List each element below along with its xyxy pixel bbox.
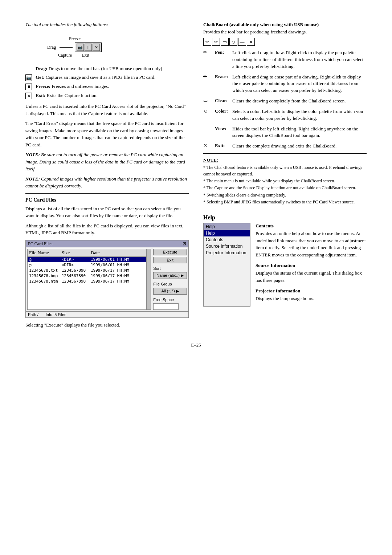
col-size: Size: [62, 250, 87, 256]
help-descriptions: Contents Provides an online help about h…: [256, 223, 367, 307]
body-para1: Unless a PC card is inserted into the PC…: [25, 103, 189, 117]
path-value: /: [37, 312, 38, 317]
chalk-exit-item-icon: ✕: [203, 143, 212, 149]
exit-label: Exit: [82, 53, 89, 58]
help-section: Help Help Help Contents Source Informati…: [203, 214, 367, 307]
pc-card-footer: Path / Info. 5 Files: [26, 311, 188, 317]
list-item[interactable]: 12345678.htm12345678901999/06/17 HH:MM: [28, 279, 146, 284]
help-content: Help Help Contents Source Information Pr…: [203, 223, 367, 307]
list-item[interactable]: 12345678.bmp12345678901999/06/17 HH:MM: [28, 273, 146, 279]
free-space-label: Free Space: [153, 297, 187, 302]
sort-label: Sort: [153, 266, 187, 271]
pc-card-dialog-title: PC Card Files: [28, 241, 52, 247]
exit-button[interactable]: Exit: [153, 257, 187, 263]
note-item: The main menu is not available while you…: [203, 178, 367, 184]
toolbar-diagram: Freeze Drag 📷 ⏸ ✕ Capture Exit: [47, 36, 102, 58]
chalk-divider-bottom: [203, 209, 367, 209]
chalk-view-item-icon: —: [203, 126, 212, 131]
name-sort-button[interactable]: Name (abc..) ▶: [153, 272, 187, 279]
info-value: 5 Files: [54, 312, 66, 317]
drag-label: Drag: [47, 45, 56, 50]
chalk-item-pen: ✏ Pen: Left-click and drag to draw. Righ…: [203, 49, 367, 70]
info-label: Info. 5 Files: [46, 312, 66, 317]
freeze-label: Freeze: [69, 36, 81, 42]
chalk-color-icon: ☺: [229, 38, 237, 46]
chalkboard-items: ✏ Pen: Left-click and drag to draw. Righ…: [203, 49, 367, 150]
list-item[interactable]: @<DIR>1999/06/01 HH:MM: [28, 262, 146, 268]
note1: NOTE: Be sure not to turn off the power …: [25, 151, 189, 173]
chalk-erase-label: Erase:: [215, 74, 229, 80]
help-menu-item-projector-info[interactable]: Projector Information: [204, 250, 250, 256]
file-group-button[interactable]: All (*. *) ▶: [153, 288, 187, 295]
chalkboard-toolbar: ✏ ✏ ▭ ☺ — ✕: [203, 38, 367, 46]
pc-card-section-title: PC Card Files: [25, 197, 189, 203]
execute-button[interactable]: Execute: [153, 249, 187, 255]
pc-card-body2: Although a list of all the files in the …: [25, 222, 189, 236]
desc-list: Drag: Drags to move the tool bar. (for U…: [25, 65, 189, 99]
desc-exit: ✕ Exit: Exits the Capture function.: [25, 92, 189, 99]
desc-freeze: ⏸ Freeze: Freezes and unfreezes images.: [25, 83, 189, 90]
list-item[interactable]: 12345678.txt12345678901999/06/17 HH:MM: [28, 268, 146, 273]
help-menu-item-source-info[interactable]: Source Information: [204, 243, 250, 250]
capture-label: Capture: [58, 53, 72, 58]
body-para2: The "Card Error" display means that the …: [25, 120, 189, 148]
help-contents-text: Provides an online help about how to use…: [256, 230, 367, 258]
page-number: E–25: [25, 342, 367, 348]
note2: NOTE: Captured images with higher resolu…: [25, 175, 189, 190]
desc-drag-text: Drag: Drags to move the tool bar. (for U…: [36, 65, 162, 72]
help-menu-item-help[interactable]: Help: [204, 230, 250, 236]
chalk-clear-item-icon: ▭: [203, 98, 212, 104]
chalk-color-item-icon: ☺: [203, 108, 212, 114]
note-item: Selecting BMP and JPEG files automatical…: [203, 199, 367, 205]
pc-list-rows: @<DIR>1999/06/01 HH:MM @<DIR>1999/06/01 …: [28, 257, 146, 284]
chalk-divider-top: [203, 153, 367, 154]
free-space-value: [153, 303, 179, 310]
help-section-title: Help: [203, 214, 367, 221]
list-item[interactable]: @<DIR>1999/06/01 HH:MM: [28, 257, 146, 262]
left-column: The tool bar includes the following butt…: [25, 22, 189, 331]
desc-exit-text: Exit: Exits the Capture function.: [36, 92, 98, 99]
help-projector-info-text: Displays the lamp usage hours.: [256, 295, 367, 302]
desc-freeze-text: Freeze: Freezes and unfreezes images.: [36, 83, 109, 90]
help-menu-title: Help: [204, 223, 250, 230]
note-item: Switching slides clears a drawing comple…: [203, 192, 367, 198]
col-filename: File Name: [29, 250, 58, 256]
exit-icon: ✕: [25, 93, 33, 99]
right-column: ChalkBoard (available only when using wi…: [203, 22, 367, 331]
path-label: Path /: [28, 312, 38, 317]
pc-list-content: File Name Size Date @<DIR>1999/06/01 HH:…: [28, 249, 146, 309]
help-menu-item-contents[interactable]: Contents: [204, 236, 250, 243]
chalk-pen-text: Left-click and drag to draw. Right-click…: [232, 49, 367, 70]
chalk-item-color: ☺ Color: Selects a color. Left-click to …: [203, 108, 367, 122]
chalk-exit-text: Clears the complete drawing and exits th…: [232, 143, 336, 150]
list-scrollbar[interactable]: [146, 249, 151, 309]
help-desc-projector-info: Projector Information Displays the lamp …: [256, 288, 367, 302]
chalk-erase-item-icon: ✏: [203, 74, 212, 80]
chalk-view-icon: —: [238, 38, 246, 46]
desc-get: 📷 Get: Captures an image and save it as …: [25, 74, 189, 81]
chalk-item-view: — View: Hides the tool bar by left-click…: [203, 126, 367, 139]
chalkboard-title: ChalkBoard (available only when using wi…: [203, 22, 367, 28]
chalk-erase-icon: ✏: [212, 38, 220, 46]
chalk-erase-text: Left-click and drag to erase part of a d…: [232, 74, 367, 94]
col-date: Date: [91, 250, 127, 256]
chalk-color-text: Selects a color. Left-click to display t…: [232, 108, 367, 122]
note-list: The ChalkBoard feature is available only…: [203, 165, 367, 205]
chalk-color-label: Color:: [215, 108, 229, 114]
pc-card-close-icon[interactable]: ⊠: [183, 241, 186, 247]
pc-card-titlebar: PC Card Files ⊠: [26, 240, 188, 247]
pc-card-body1: Displays a list of all the files stored …: [25, 205, 189, 219]
desc-drag: Drag: Drags to move the tool bar. (for U…: [25, 65, 189, 72]
file-group-label: File Group: [153, 282, 187, 286]
chalk-clear-label: Clear:: [215, 98, 229, 104]
chalk-clear-text: Clears the drawing completely from the C…: [232, 98, 346, 105]
x-icon: ✕: [93, 44, 100, 51]
intro-text: The tool bar includes the following butt…: [25, 22, 189, 28]
pc-list-header: File Name Size Date: [28, 249, 146, 257]
chalk-clear-icon: ▭: [221, 38, 229, 46]
pc-card-dialog: PC Card Files ⊠ File Name Size Date: [25, 240, 189, 318]
desc-get-text: Get: Captures an image and save it as a …: [36, 74, 155, 81]
chalk-exit-icon: ✕: [247, 38, 255, 46]
camera-icon: 📷: [77, 44, 84, 51]
chalk-item-exit: ✕ Exit: Clears the complete drawing and …: [203, 143, 367, 150]
